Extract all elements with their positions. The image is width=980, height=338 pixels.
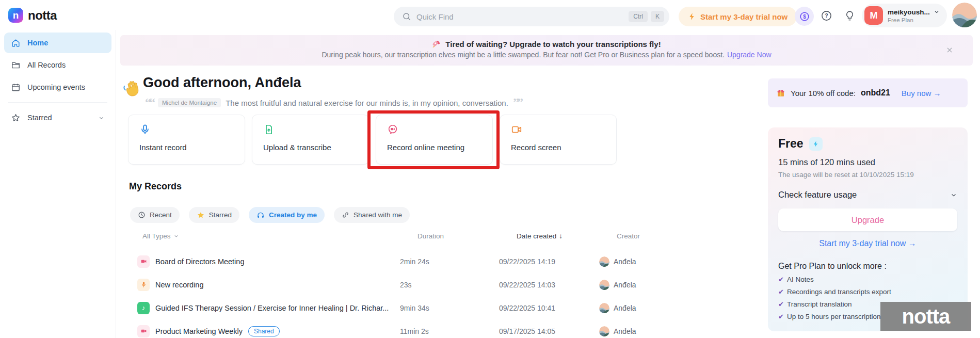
column-all-types-dropdown[interactable]: All Types: [142, 232, 179, 240]
usage-reset-note: The usage will be reset at 10/10/2025 15…: [778, 171, 957, 179]
shared-badge: Shared: [248, 326, 280, 336]
question-mark-icon: ?: [821, 10, 832, 22]
creator-avatar: [599, 303, 609, 313]
headphones-icon: [256, 211, 265, 219]
link-icon: [342, 211, 349, 219]
column-duration: Duration: [417, 232, 444, 240]
trial-button-label: Start my 3-day trial now: [700, 12, 788, 21]
chevron-down-icon: [934, 9, 940, 15]
records-table: Board of Directors Meeting 2min 24s 09/2…: [130, 250, 770, 338]
watermark-text: notta: [902, 305, 950, 328]
search-input[interactable]: [416, 12, 625, 21]
record-duration: 2min 24s: [400, 257, 499, 266]
star-icon: [11, 113, 21, 123]
records-filters: Recent Starred Created by me Shared with…: [130, 207, 410, 223]
dollar-coin-icon: $: [799, 11, 810, 22]
greeting-title: Good afternoon, Anđela: [143, 75, 301, 91]
search-icon: [402, 12, 411, 21]
my-records-title: My Records: [129, 181, 182, 192]
waving-hand-icon: [121, 77, 143, 100]
quote-text: The most fruitful and natural exercise f…: [226, 99, 508, 107]
quick-actions: Instant record Upload & transcribe Recor…: [128, 115, 617, 165]
filter-label: Recent: [150, 211, 172, 219]
workspace-avatar: M: [864, 6, 883, 25]
action-card-label: Instant record: [139, 143, 234, 152]
record-screen-card[interactable]: Record screen: [500, 115, 617, 165]
filter-label: Shared with me: [354, 211, 402, 219]
record-row[interactable]: Product Marketing Weekly Shared 11min 2s…: [130, 319, 770, 338]
help-button[interactable]: ?: [821, 10, 832, 22]
open-quote-icon: ““: [145, 100, 153, 106]
record-date: 09/22/2025 10:41: [499, 304, 599, 312]
banner-upgrade-now-link[interactable]: Upgrade Now: [727, 51, 772, 59]
filter-shared-with-me[interactable]: Shared with me: [334, 207, 410, 223]
profile-avatar[interactable]: [952, 3, 977, 27]
user-account-menu[interactable]: M meikyoush... Free Plan: [862, 4, 947, 27]
upload-transcribe-card[interactable]: Upload & transcribe: [252, 115, 369, 165]
gift-icon: [776, 88, 785, 98]
discount-promo-card: Your 10% off code: onbd21 Buy now →: [768, 78, 968, 107]
upgrade-button[interactable]: Upgrade: [778, 208, 957, 231]
sidebar-item-label: Starred: [27, 114, 52, 122]
creator-name: Anđela: [614, 281, 636, 289]
sidebar-item-label: All Records: [27, 61, 66, 69]
record-date: 09/22/2025 14:19: [499, 257, 599, 266]
upload-file-icon: [263, 124, 358, 135]
creator-name: Anđela: [614, 327, 636, 335]
plan-name: Free: [778, 137, 804, 151]
usage-summary: 15 mins of 120 mins used: [778, 157, 957, 167]
creator-avatar: [599, 326, 609, 336]
quote-author: Michel de Montaigne: [158, 98, 221, 107]
home-icon: [11, 38, 21, 48]
svg-text:$: $: [803, 13, 806, 19]
promo-code: onbd21: [861, 88, 890, 98]
notta-logo: n notta: [8, 8, 57, 23]
chevron-down-icon: [98, 115, 105, 121]
pro-feature-item: Recordings and transcripts export: [778, 288, 957, 296]
sidebar-item-all-records[interactable]: All Records: [4, 55, 111, 75]
record-title: Product Marketing Weekly: [155, 327, 243, 335]
close-icon: [946, 46, 953, 54]
sidebar-item-starred[interactable]: Starred: [4, 107, 111, 128]
feature-label: Up to 5 hours per transcription: [787, 313, 881, 320]
buy-now-link[interactable]: Buy now →: [902, 89, 941, 98]
record-row[interactable]: New recording 23s 09/22/2025 14:03 Anđel…: [130, 273, 770, 296]
chevron-down-icon: [950, 191, 957, 199]
record-row[interactable]: ♪ Guided IFS Therapy Session / Exercise …: [130, 296, 770, 319]
plan-usage-card: Free 15 mins of 120 mins used The usage …: [768, 127, 968, 331]
credits-coin-button[interactable]: $: [795, 7, 814, 26]
column-label: All Types: [142, 232, 171, 240]
quick-find-search[interactable]: Ctrl K: [394, 7, 669, 26]
sidebar-item-home[interactable]: Home: [4, 33, 111, 53]
check-feature-usage-label: Check feature usage: [778, 190, 857, 200]
pro-feature-item: AI Notes: [778, 276, 957, 283]
feature-label: AI Notes: [787, 276, 814, 283]
promo-text: Your 10% off code:: [791, 89, 856, 98]
sidebar-item-upcoming-events[interactable]: Upcoming events: [4, 77, 111, 98]
check-feature-usage-toggle[interactable]: Check feature usage: [778, 190, 957, 200]
start-trial-button[interactable]: Start my 3-day trial now: [679, 7, 797, 26]
instant-record-card[interactable]: Instant record: [128, 115, 245, 165]
whats-new-bulb-button[interactable]: [844, 10, 856, 22]
upgrade-banner: Tired of waiting? Upgrade to watch your …: [120, 35, 973, 66]
record-row[interactable]: Board of Directors Meeting 2min 24s 09/2…: [130, 250, 770, 273]
column-date-created-sort[interactable]: Date created ↓: [517, 232, 563, 240]
trial-link[interactable]: Start my 3-day trial now →: [778, 239, 957, 248]
record-duration: 9min 34s: [400, 304, 499, 312]
column-label: Duration: [417, 232, 444, 240]
filter-starred[interactable]: Starred: [189, 207, 239, 223]
lightbulb-icon: [844, 10, 856, 22]
notta-logo-text: notta: [28, 8, 57, 23]
user-name: meikyoush...: [888, 8, 930, 16]
plan-bolt-icon: [809, 137, 823, 151]
creator-avatar: [599, 280, 609, 290]
feature-label: Transcript translation: [787, 300, 852, 308]
record-online-meeting-card[interactable]: Record online meeting: [376, 115, 493, 165]
filter-created-by-me[interactable]: Created by me: [249, 207, 325, 223]
record-duration: 23s: [400, 281, 499, 289]
filter-label: Created by me: [269, 211, 317, 219]
creator-name: Anđela: [614, 257, 636, 266]
svg-text:?: ?: [825, 12, 828, 19]
filter-recent[interactable]: Recent: [130, 207, 180, 223]
banner-close-button[interactable]: [946, 46, 953, 54]
